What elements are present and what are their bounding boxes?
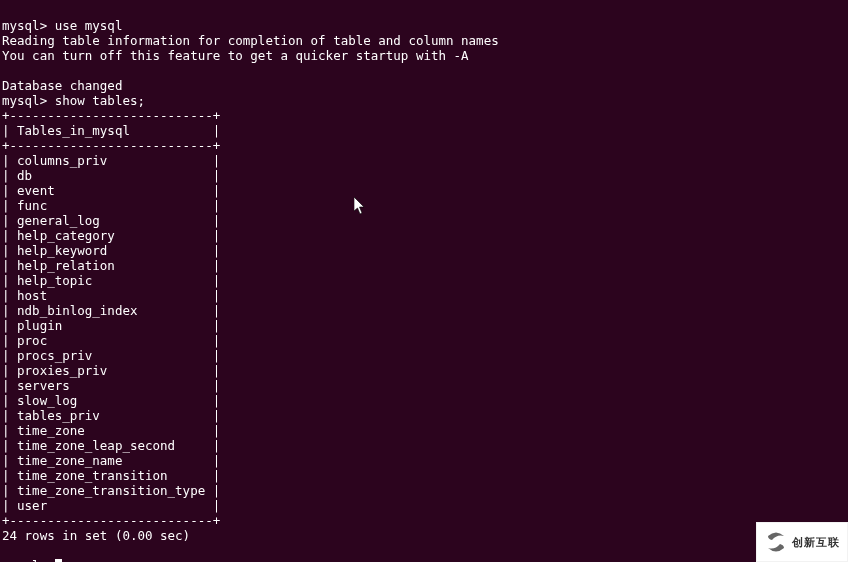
msg-hint: You can turn off this feature to get a q… (2, 48, 469, 63)
table-border: +---------------------------+ (2, 513, 220, 528)
table-row: | help_keyword | (2, 243, 220, 258)
command-input[interactable] (55, 558, 62, 562)
msg-reading: Reading table information for completion… (2, 33, 499, 48)
table-row: | user | (2, 498, 220, 513)
table-row: | help_relation | (2, 258, 220, 273)
result-footer: 24 rows in set (0.00 sec) (2, 528, 190, 543)
terminal-window[interactable]: mysql> use mysql Reading table informati… (0, 0, 848, 562)
table-row: | time_zone_transition_type | (2, 483, 220, 498)
table-row: | proxies_priv | (2, 363, 220, 378)
prompt: mysql> (2, 18, 47, 33)
table-border: +---------------------------+ (2, 108, 220, 123)
table-row: | time_zone_leap_second | (2, 438, 220, 453)
table-row: | general_log | (2, 213, 220, 228)
mouse-pointer-icon (354, 197, 366, 215)
command-use: use mysql (55, 18, 123, 33)
table-header: | Tables_in_mysql | (2, 123, 220, 138)
table-row: | event | (2, 183, 220, 198)
watermark-logo-icon (764, 530, 788, 554)
msg-db-changed: Database changed (2, 78, 122, 93)
table-row: | proc | (2, 333, 220, 348)
watermark-badge: 创新互联 (756, 522, 848, 562)
watermark-text: 创新互联 (792, 535, 840, 550)
table-row: | tables_priv | (2, 408, 220, 423)
command-show-tables: show tables; (55, 93, 145, 108)
table-row: | time_zone_transition | (2, 468, 220, 483)
prompt: mysql> (2, 558, 47, 562)
table-row: | help_category | (2, 228, 220, 243)
table-row: | plugin | (2, 318, 220, 333)
table-border: +---------------------------+ (2, 138, 220, 153)
table-row: | servers | (2, 378, 220, 393)
table-row: | procs_priv | (2, 348, 220, 363)
table-row: | time_zone | (2, 423, 220, 438)
table-row: | db | (2, 168, 220, 183)
table-row: | help_topic | (2, 273, 220, 288)
table-row: | ndb_binlog_index | (2, 303, 220, 318)
prompt: mysql> (2, 93, 47, 108)
table-row: | columns_priv | (2, 153, 220, 168)
table-row: | slow_log | (2, 393, 220, 408)
table-row: | func | (2, 198, 220, 213)
table-row: | host | (2, 288, 220, 303)
table-row: | time_zone_name | (2, 453, 220, 468)
